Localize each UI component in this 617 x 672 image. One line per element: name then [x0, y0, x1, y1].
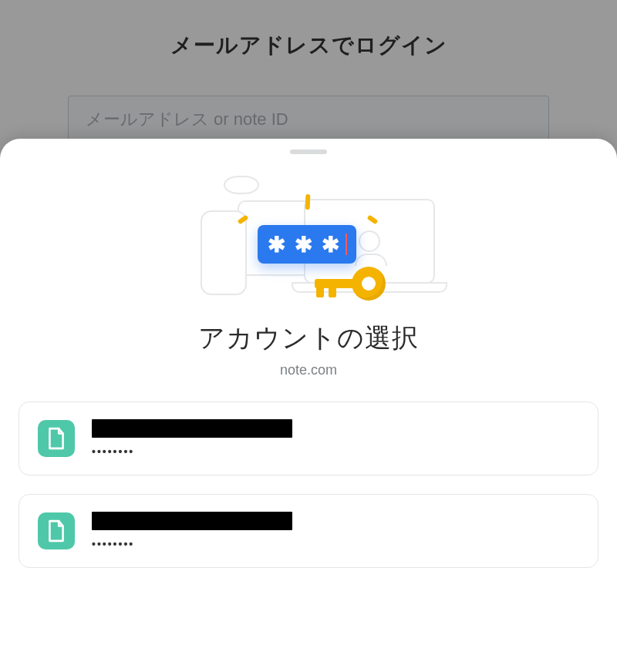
key-icon: [315, 265, 386, 302]
cloud-icon: [224, 176, 259, 194]
sheet-grabber[interactable]: [290, 150, 327, 154]
asterisk-icon: ✱: [268, 232, 285, 257]
asterisk-icon: ✱: [322, 232, 339, 257]
sheet-title: アカウントの選択: [198, 321, 419, 356]
account-password-mask: ••••••••: [92, 445, 292, 458]
account-username-redacted: [92, 419, 292, 438]
illustration: ✱ ✱ ✱: [154, 168, 463, 307]
asterisk-icon: ✱: [295, 232, 312, 257]
account-text: ••••••••: [92, 512, 292, 550]
account-option[interactable]: ••••••••: [19, 494, 598, 568]
account-option[interactable]: ••••••••: [19, 402, 598, 475]
note-app-icon: [38, 512, 75, 549]
note-app-icon: [38, 420, 75, 457]
sheet-domain: note.com: [280, 362, 337, 378]
password-box-icon: ✱ ✱ ✱: [258, 225, 356, 264]
account-picker-sheet: ✱ ✱ ✱ アカウントの選択 note.com ••••••••: [0, 139, 617, 672]
account-text: ••••••••: [92, 419, 292, 458]
avatar-placeholder-icon: [359, 230, 380, 252]
spark-icon: [305, 194, 311, 210]
account-list: •••••••• ••••••••: [0, 378, 617, 568]
account-password-mask: ••••••••: [92, 538, 292, 550]
text-cursor-icon: [346, 234, 347, 255]
account-username-redacted: [92, 512, 292, 530]
